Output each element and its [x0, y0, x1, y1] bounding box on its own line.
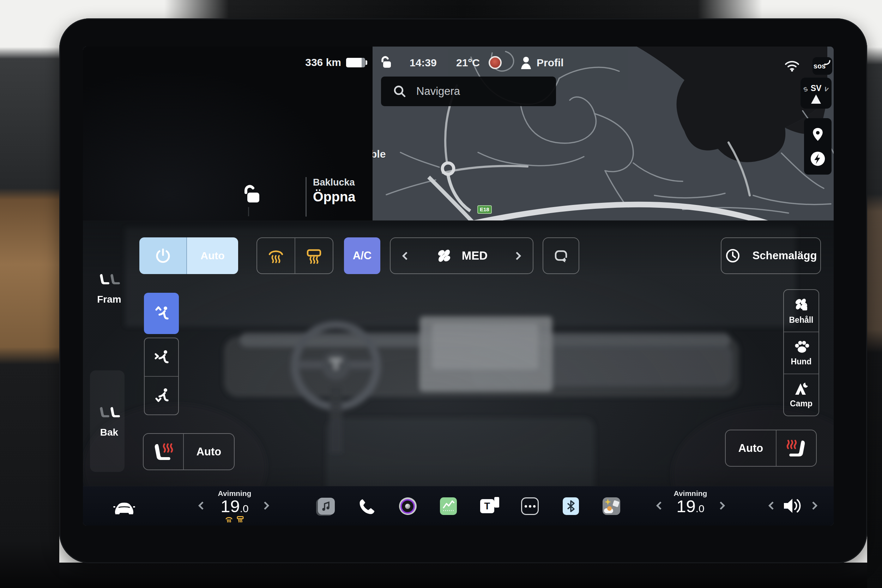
rear-tab-label: Bak: [100, 427, 118, 438]
compass-widget[interactable]: S SV V: [801, 78, 831, 109]
keep-climate-icon: [793, 297, 809, 312]
keep-climate-button[interactable]: Behåll: [784, 290, 819, 332]
sos-label: sos: [813, 62, 825, 70]
passenger-seat-auto-label: Auto: [738, 442, 764, 454]
volume-down-chevron[interactable]: [768, 501, 777, 510]
search-icon: [393, 85, 406, 98]
climate-modes-group: Behåll Hund: [783, 289, 819, 416]
location-pin-icon[interactable]: [810, 126, 825, 143]
air-up-icon: [152, 304, 171, 323]
north-arrow-icon: [811, 94, 821, 104]
dog-mode-button[interactable]: Hund: [784, 332, 819, 374]
navigation-search-bar[interactable]: Navigera: [381, 76, 556, 106]
profile-menu[interactable]: Profil: [519, 55, 564, 70]
climate-power-button[interactable]: [140, 237, 187, 274]
fan-level-value: MED: [462, 249, 488, 262]
front-defrost-button[interactable]: [257, 238, 295, 273]
recirculation-icon: [551, 246, 571, 266]
schedule-button[interactable]: Schemalägg: [721, 237, 821, 274]
sos-swoosh-icon: [824, 59, 831, 66]
more-apps-icon[interactable]: [520, 496, 540, 516]
driver-temp-value: 19: [220, 498, 240, 515]
camp-mode-button[interactable]: Camp: [784, 374, 819, 416]
vehicle-status-panel: Baklucka Öppna: [83, 46, 372, 220]
music-app-icon[interactable]: [316, 496, 336, 516]
air-mid-icon: [152, 348, 171, 367]
climate-auto-button[interactable]: Auto: [187, 237, 238, 274]
front-seats-tab[interactable]: Fram: [91, 273, 128, 305]
trunk-open-button[interactable]: Öppna: [313, 189, 355, 205]
rear-defrost-button[interactable]: [295, 238, 333, 273]
ac-button[interactable]: A/C: [344, 237, 380, 274]
dashcam-record-icon[interactable]: [489, 56, 502, 69]
battery-icon: [346, 58, 365, 68]
compass-heading: SV: [811, 84, 822, 93]
driver-seat-heater-button[interactable]: [144, 434, 183, 470]
fan-decrease-chevron[interactable]: [402, 252, 410, 260]
camp-mode-label: Camp: [790, 399, 813, 408]
passenger-seat-heater-icon: [785, 438, 807, 458]
air-direction-face-up[interactable]: [144, 293, 179, 334]
environment-top: [59, 0, 867, 18]
fan-speed-control: MED: [390, 237, 533, 274]
unlock-icon[interactable]: [240, 184, 261, 205]
outside-temperature[interactable]: 21°C: [456, 57, 480, 69]
person-icon: [519, 55, 533, 70]
energy-app-icon[interactable]: [438, 496, 458, 516]
phone-app-icon[interactable]: [357, 496, 377, 516]
mini-rear-defrost-icon: [236, 516, 244, 523]
driver-temp-up-chevron[interactable]: [261, 501, 269, 510]
profile-label: Profil: [537, 57, 564, 69]
power-icon: [154, 247, 171, 264]
front-tab-label: Fram: [97, 294, 121, 305]
driver-seat-heater-group: Auto: [143, 433, 235, 470]
theater-app-icon[interactable]: T: [480, 496, 499, 516]
dashcam-app-icon[interactable]: [398, 496, 418, 516]
passenger-seat-heater-button[interactable]: [777, 430, 816, 466]
trunk-divider: [306, 177, 307, 217]
air-direction-mid[interactable]: [145, 338, 178, 376]
charging-icon[interactable]: [810, 151, 826, 167]
driver-temp-decimal: .0: [240, 502, 249, 514]
lock-status-icon[interactable]: [378, 56, 393, 70]
passenger-seat-auto-button[interactable]: Auto: [726, 430, 776, 466]
mini-front-defrost-icon: [225, 516, 233, 523]
climate-panel: Auto: [83, 220, 834, 526]
front-seats-icon: [98, 273, 121, 289]
driver-seat-auto-button[interactable]: Auto: [184, 434, 234, 470]
driver-seat-heater-icon: [152, 442, 174, 462]
air-direction-group: [144, 338, 179, 415]
sos-badge[interactable]: sos: [813, 57, 832, 75]
compass-left-letter: S: [802, 86, 809, 93]
rear-seats-tab[interactable]: Bak: [91, 406, 128, 438]
driver-temp-control[interactable]: Avimning 19 .0: [213, 489, 256, 523]
environment-bottom: [59, 562, 867, 588]
weather-app-icon[interactable]: [602, 496, 621, 516]
keep-climate-label: Behåll: [789, 315, 813, 325]
touchscreen-display: ble E18 Baklucka Öppna 336 km 14:39: [83, 46, 834, 526]
tesla-center-screen-photo: ble E18 Baklucka Öppna 336 km 14:39: [0, 0, 882, 588]
passenger-temp-value: 19: [676, 498, 696, 515]
passenger-temp-up-chevron[interactable]: [717, 501, 725, 510]
environment-left-dashboard: [0, 0, 59, 588]
clock-icon: [725, 248, 741, 264]
map-place-label: ble: [370, 148, 386, 160]
ac-label: A/C: [353, 249, 372, 262]
passenger-temp-control[interactable]: Avimning 19 .0: [669, 489, 712, 515]
driver-temp-down-chevron[interactable]: [198, 501, 206, 510]
passenger-seat-heater-group: Auto: [725, 430, 817, 466]
recirculation-button[interactable]: [543, 237, 579, 274]
clock[interactable]: 14:39: [410, 57, 437, 69]
theater-letter: T: [484, 501, 490, 512]
trunk-control[interactable]: Baklucka Öppna: [313, 177, 355, 205]
passenger-temp-down-chevron[interactable]: [656, 501, 664, 510]
air-direction-down[interactable]: [145, 377, 178, 414]
volume-up-chevron[interactable]: [809, 501, 818, 510]
fan-increase-chevron[interactable]: [513, 252, 521, 260]
volume-icon[interactable]: [782, 497, 801, 514]
schedule-label: Schemalägg: [753, 249, 817, 262]
map-road-badge-e18: E18: [477, 205, 492, 214]
car-controls-icon[interactable]: [112, 498, 136, 515]
bluetooth-app-icon[interactable]: [561, 496, 581, 516]
climate-auto-label: Auto: [200, 250, 224, 262]
